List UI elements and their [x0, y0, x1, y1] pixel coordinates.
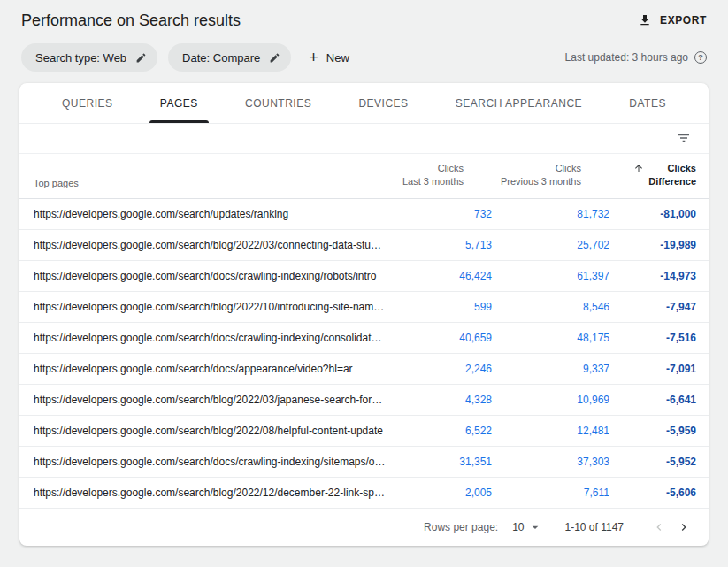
chevron-right-icon	[677, 520, 691, 534]
filter-bar: Search type: Web Date: Compare + New Las…	[0, 37, 728, 73]
column-header-top-pages: Top pages	[19, 178, 357, 188]
clicks-previous-value: 81,732	[492, 208, 609, 220]
next-page-button[interactable]	[671, 515, 696, 540]
clicks-difference-value: -19,989	[609, 239, 696, 251]
dropdown-arrow-icon	[528, 520, 542, 534]
page-url: https://developers.google.com/search/blo…	[19, 239, 386, 251]
clicks-difference-value: -81,000	[609, 208, 696, 220]
table-row[interactable]: https://developers.google.com/search/blo…	[19, 230, 709, 261]
tab-queries[interactable]: QUERIES	[58, 83, 117, 123]
help-icon[interactable]: ?	[694, 51, 707, 64]
table-toolbar	[19, 124, 709, 154]
table-row[interactable]: https://developers.google.com/search/blo…	[19, 292, 709, 323]
page-title: Performance on Search results	[21, 11, 241, 30]
clicks-difference-value: -6,641	[609, 394, 696, 406]
table-row[interactable]: https://developers.google.com/search/doc…	[19, 323, 709, 354]
clicks-difference-value: -7,091	[609, 363, 696, 375]
tab-search-appearance[interactable]: SEARCH APPEARANCE	[452, 83, 586, 123]
page-url: https://developers.google.com/search/doc…	[19, 270, 386, 282]
clicks-last-value: 40,659	[386, 332, 492, 344]
column-header-clicks-difference[interactable]: Clicks Difference	[581, 162, 696, 188]
top-bar: Performance on Search results EXPORT	[0, 0, 728, 37]
clicks-previous-value: 12,481	[492, 425, 609, 437]
clicks-difference-value: -5,952	[609, 456, 696, 468]
last-updated: Last updated: 3 hours ago ?	[565, 51, 707, 64]
table-row[interactable]: https://developers.google.com/search/doc…	[19, 447, 709, 478]
page-url: https://developers.google.com/search/doc…	[19, 332, 386, 344]
table-pagination: Rows per page: 10 1-10 of 1147	[19, 509, 709, 546]
clicks-last-value: 599	[386, 301, 492, 313]
page-url: https://developers.google.com/search/blo…	[19, 301, 386, 313]
previous-page-button[interactable]	[647, 515, 671, 540]
tab-dates[interactable]: DATES	[625, 83, 670, 123]
table-row[interactable]: https://developers.google.com/search/blo…	[19, 385, 709, 416]
clicks-previous-value: 7,611	[492, 487, 609, 499]
column-header-clicks-last[interactable]: Clicks Last 3 months	[357, 162, 464, 188]
clicks-last-value: 732	[386, 208, 492, 220]
table-row[interactable]: https://developers.google.com/search/blo…	[19, 478, 709, 509]
page-url: https://developers.google.com/search/blo…	[19, 425, 386, 437]
page-url: https://developers.google.com/search/doc…	[19, 363, 386, 375]
clicks-last-value: 4,328	[386, 394, 492, 406]
clicks-last-value: 2,005	[386, 487, 492, 499]
table-row[interactable]: https://developers.google.com/search/doc…	[19, 354, 709, 385]
export-label: EXPORT	[660, 14, 707, 27]
sort-ascending-icon	[633, 163, 644, 173]
page-url: https://developers.google.com/search/blo…	[19, 394, 386, 406]
table-row[interactable]: https://developers.google.com/search/upd…	[19, 199, 709, 230]
filter-list-icon[interactable]	[677, 131, 691, 145]
clicks-difference-value: -7,947	[609, 301, 696, 313]
new-filter-button[interactable]: + New	[309, 50, 349, 65]
edit-pencil-icon	[135, 52, 147, 64]
table-row[interactable]: https://developers.google.com/search/doc…	[19, 261, 709, 292]
plus-icon: +	[309, 50, 318, 65]
clicks-previous-value: 48,175	[492, 332, 609, 344]
clicks-last-value: 46,424	[386, 270, 492, 282]
clicks-last-value: 5,713	[386, 239, 492, 251]
download-icon	[638, 13, 652, 27]
pagination-range: 1-10 of 1147	[565, 521, 625, 533]
date-compare-chip-label: Date: Compare	[182, 51, 260, 65]
chevron-left-icon	[652, 520, 666, 534]
export-button[interactable]: EXPORT	[638, 13, 707, 27]
clicks-last-value: 6,522	[386, 425, 492, 437]
rows-per-page-label: Rows per page:	[424, 521, 498, 533]
table-row[interactable]: https://developers.google.com/search/blo…	[19, 416, 709, 447]
page-url: https://developers.google.com/search/upd…	[19, 208, 386, 220]
page-url: https://developers.google.com/search/blo…	[19, 487, 386, 499]
clicks-previous-value: 8,546	[492, 301, 609, 313]
rows-per-page-value: 10	[512, 521, 524, 533]
clicks-difference-value: -5,959	[609, 425, 696, 437]
search-type-chip-label: Search type: Web	[35, 51, 126, 65]
dimension-tabs: QUERIES PAGES COUNTRIES DEVICES SEARCH A…	[19, 83, 709, 124]
last-updated-text: Last updated: 3 hours ago	[565, 51, 688, 64]
performance-card: QUERIES PAGES COUNTRIES DEVICES SEARCH A…	[19, 83, 709, 546]
table-header: Top pages Clicks Last 3 months Clicks Pr…	[19, 154, 709, 200]
clicks-previous-value: 61,397	[492, 270, 609, 282]
tab-countries[interactable]: COUNTRIES	[241, 83, 315, 123]
new-filter-label: New	[326, 51, 349, 65]
search-type-chip[interactable]: Search type: Web	[21, 43, 157, 72]
clicks-last-value: 2,246	[386, 363, 492, 375]
date-compare-chip[interactable]: Date: Compare	[168, 43, 291, 72]
clicks-difference-value: -14,973	[609, 270, 696, 282]
clicks-previous-value: 37,303	[492, 456, 609, 468]
table-body: https://developers.google.com/search/upd…	[19, 199, 709, 509]
page-url: https://developers.google.com/search/doc…	[19, 456, 386, 468]
tab-devices[interactable]: DEVICES	[355, 83, 411, 123]
edit-pencil-icon	[269, 52, 280, 64]
clicks-previous-value: 25,702	[492, 239, 609, 251]
clicks-previous-value: 10,969	[492, 394, 609, 406]
tab-pages[interactable]: PAGES	[157, 83, 202, 123]
clicks-difference-value: -7,516	[609, 332, 696, 344]
clicks-difference-value: -5,606	[609, 487, 696, 499]
rows-per-page-select[interactable]: 10	[512, 520, 541, 534]
clicks-previous-value: 9,337	[492, 363, 609, 375]
column-header-clicks-previous[interactable]: Clicks Previous 3 months	[464, 162, 581, 188]
clicks-last-value: 31,351	[386, 456, 492, 468]
